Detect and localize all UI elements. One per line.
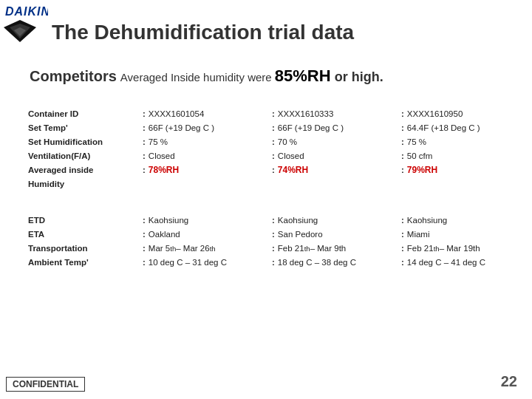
- label-etd: ETD: [28, 214, 143, 228]
- ship-transport-3: : Feb 21th – Mar 19th: [401, 242, 531, 256]
- ship-ambient-2: : 18 deg C – 38 deg C: [272, 256, 401, 270]
- row-temp-1610950: : 64.4F (+18 Deg C ): [401, 121, 531, 135]
- row-vent-1610950: : 50 cfm: [401, 149, 531, 163]
- ship-etd-2: : Kaohsiung: [272, 214, 401, 228]
- row-avg-1601054: : 78%RH: [143, 163, 272, 178]
- row-humid-1610333: : 70 %: [272, 135, 401, 149]
- ship-col-1: : Kaohsiung : Oakland : Mar 5th – Mar 26…: [143, 214, 272, 270]
- row-id-1610333: : XXXX1610333: [272, 107, 401, 121]
- row-avg-1610333: : 74%RH: [272, 163, 401, 178]
- ship-etd-3: : Kaohsiung: [401, 214, 531, 228]
- shipping-data-block: ETD ETA Transportation Ambient Temp' : K…: [28, 214, 517, 270]
- labels-col-shipping: ETD ETA Transportation Ambient Temp': [28, 214, 143, 270]
- label-set-humid: Set Humidification: [28, 135, 143, 149]
- container-data-block: Container ID Set Temp' Set Humidificatio…: [28, 107, 517, 191]
- row-id-1610950: : XXXX1610950: [401, 107, 531, 121]
- subtitle-suffix: or high.: [335, 69, 383, 84]
- humidity-highlight: 85%RH: [275, 66, 331, 85]
- data-col-1601054: : XXXX1601054 : 66F (+19 Deg C ) : 75 % …: [143, 107, 272, 191]
- svg-text:DAIKIN: DAIKIN: [5, 5, 48, 18]
- ship-col-2: : Kaohsiung : San Pedoro : Feb 21th – Ma…: [272, 214, 401, 270]
- row-humid-1610950: : 75 %: [401, 135, 531, 149]
- ship-transport-1: : Mar 5th – Mar 26th: [143, 242, 272, 256]
- row-avg-1610950: : 79%RH: [401, 163, 531, 178]
- daikin-logo: DAIKIN: [4, 4, 48, 47]
- page-title: The Dehumidification trial data: [52, 21, 517, 44]
- data-col-1610333: : XXXX1610333 : 66F (+19 Deg C ) : 70 % …: [272, 107, 401, 191]
- ship-col-3: : Kaohsiung : Miami : Feb 21th – Mar 19t…: [401, 214, 531, 270]
- ship-eta-2: : San Pedoro: [272, 228, 401, 242]
- row-temp-1601054: : 66F (+19 Deg C ): [143, 121, 272, 135]
- label-ambient: Ambient Temp': [28, 256, 143, 270]
- subtitle: Competitors Averaged Inside humidity wer…: [30, 66, 383, 86]
- ship-etd-1: : Kaohsiung: [143, 214, 272, 228]
- label-transport: Transportation: [28, 242, 143, 256]
- label-humidity: Humidity: [28, 177, 143, 191]
- row-temp-1610333: : 66F (+19 Deg C ): [272, 121, 401, 135]
- label-container-id: Container ID: [28, 107, 143, 121]
- competitors-label: Competitors: [30, 68, 117, 84]
- data-col-1610950: : XXXX1610950 : 64.4F (+18 Deg C ) : 75 …: [401, 107, 531, 191]
- confidential-label: CONFIDENTIAL: [6, 377, 85, 392]
- label-eta: ETA: [28, 228, 143, 242]
- row-vent-1610333: : Closed: [272, 149, 401, 163]
- subtitle-middle: Averaged Inside humidity were: [120, 71, 275, 83]
- row-id-1601054: : XXXX1601054: [143, 107, 272, 121]
- row-vent-1601054: : Closed: [143, 149, 272, 163]
- label-ventilation: Ventilation(F/A): [28, 149, 143, 163]
- page-number: 22: [501, 373, 517, 390]
- ship-eta-1: : Oakland: [143, 228, 272, 242]
- ship-eta-3: : Miami: [401, 228, 531, 242]
- label-set-temp: Set Temp': [28, 121, 143, 135]
- data-section: Container ID Set Temp' Set Humidificatio…: [28, 107, 517, 292]
- avg-humidity-1601054: 78%RH: [149, 163, 179, 178]
- avg-humidity-1610333: 74%RH: [278, 163, 308, 178]
- ship-ambient-1: : 10 deg C – 31 deg C: [143, 256, 272, 270]
- labels-col-1: Container ID Set Temp' Set Humidificatio…: [28, 107, 143, 191]
- ship-ambient-3: : 14 deg C – 41 deg C: [401, 256, 531, 270]
- avg-humidity-1610950: 79%RH: [407, 163, 437, 178]
- label-avg-inside: Averaged inside: [28, 163, 143, 177]
- ship-transport-2: : Feb 21th – Mar 9th: [272, 242, 401, 256]
- row-humid-1601054: : 75 %: [143, 135, 272, 149]
